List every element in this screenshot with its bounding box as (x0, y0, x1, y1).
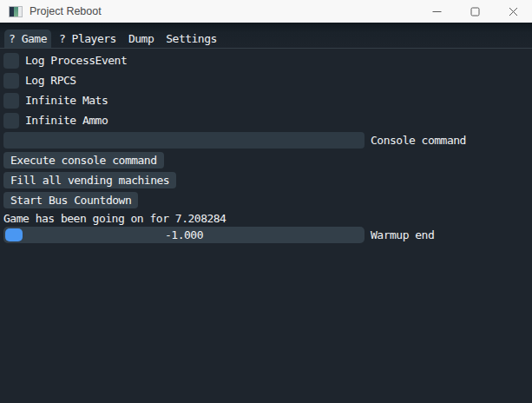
warmup-end-slider[interactable]: -1.000 (3, 227, 365, 243)
checkbox-log-processevent[interactable] (3, 53, 19, 69)
close-icon (509, 7, 518, 17)
minimize-icon (432, 7, 442, 17)
game-time-text: Game has been going on for 7.208284 (3, 212, 226, 225)
slider-value: -1.000 (3, 227, 365, 243)
checkbox-label: Log RPCS (25, 72, 76, 89)
checkbox-infinite-ammo[interactable] (3, 113, 19, 129)
minimize-button[interactable] (417, 0, 456, 23)
checkbox-label: Log ProcessEvent (25, 52, 127, 69)
app-icon (9, 6, 23, 17)
console-command-row: Console command (3, 132, 529, 149)
fill-vending-row: Fill all vending machines (3, 172, 529, 188)
start-bus-row: Start Bus Countdown (3, 192, 529, 208)
game-time-row: Game has been going on for 7.208284 (3, 212, 529, 225)
execute-console-command-button[interactable]: Execute console command (3, 152, 164, 168)
maximize-button[interactable] (456, 0, 494, 23)
checkbox-label: Infinite Ammo (25, 112, 108, 129)
project-reboot-window: Project Reboot ? Game ? Players (0, 0, 532, 403)
console-command-label: Console command (371, 134, 466, 147)
warmup-end-label: Warmup end (371, 228, 434, 241)
checkbox-row-infinite-ammo[interactable]: Infinite Ammo (3, 112, 529, 129)
checkbox-label: Infinite Mats (25, 92, 108, 109)
checkbox-log-rpcs[interactable] (3, 73, 19, 89)
checkbox-infinite-mats[interactable] (3, 93, 19, 109)
titlebar: Project Reboot (0, 0, 532, 23)
start-bus-countdown-button[interactable]: Start Bus Countdown (3, 192, 138, 208)
menu-item-players[interactable]: ? Players (55, 30, 121, 48)
menu-bar: ? Game ? Players Dump Settings (0, 23, 532, 49)
execute-command-row: Execute console command (3, 152, 529, 168)
checkbox-row-infinite-mats[interactable]: Infinite Mats (3, 92, 529, 109)
maximize-icon (470, 7, 480, 17)
menu-item-settings[interactable]: Settings (161, 30, 221, 48)
console-command-input[interactable] (3, 132, 365, 149)
window-title: Project Reboot (30, 5, 102, 17)
close-button[interactable] (494, 0, 532, 23)
game-panel: Log ProcessEvent Log RPCS Infinite Mats … (0, 50, 532, 403)
fill-vending-machines-button[interactable]: Fill all vending machines (3, 172, 176, 188)
menu-item-dump[interactable]: Dump (124, 30, 158, 48)
menu-item-game[interactable]: ? Game (4, 30, 51, 48)
warmup-slider-row: -1.000 Warmup end (3, 227, 529, 243)
checkbox-row-log-processevent[interactable]: Log ProcessEvent (3, 52, 529, 69)
window-controls (417, 0, 532, 23)
checkbox-row-log-rpcs[interactable]: Log RPCS (3, 72, 529, 89)
